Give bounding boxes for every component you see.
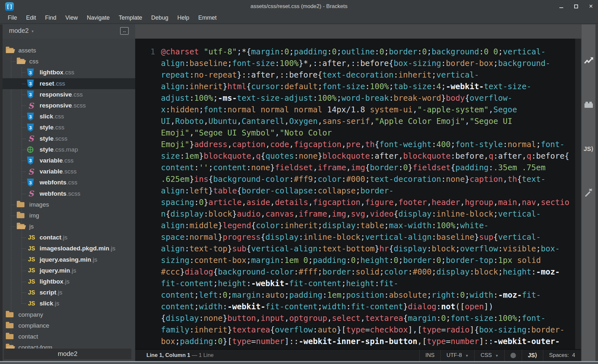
tree-item-extension: .css xyxy=(63,69,74,76)
extension-manager-icon[interactable] xyxy=(584,100,594,109)
css-file-icon: 3 xyxy=(27,113,34,121)
js-file-icon: JS xyxy=(27,245,36,252)
tree-item-script.js[interactable]: JSscript.js xyxy=(0,287,135,298)
tree-item-responsive.scss[interactable]: Sresponsive.scss xyxy=(0,100,135,111)
tree-item-variable.css[interactable]: 3variable.css xyxy=(0,155,135,166)
code-area[interactable]: @charset "utf-8";*{margin:0;padding:0;ou… xyxy=(161,46,574,347)
code-line: .625em}ins{background-color:#ff9;color:#… xyxy=(161,173,574,185)
tree-guide-stub xyxy=(22,248,26,249)
tree-item-jquery.min.js[interactable]: JSjquery.min.js xyxy=(0,265,135,276)
tree-item-variable.scss[interactable]: Svariable.scss xyxy=(0,166,135,177)
tree-item-extension: .css xyxy=(53,124,64,131)
tree-item-company[interactable]: company xyxy=(0,309,135,320)
code-line: box;padding:0}[type=number]::-webkit-inn… xyxy=(161,336,574,347)
tree-guide-stub xyxy=(22,161,26,161)
tree-item-img[interactable]: img xyxy=(0,210,135,221)
line-number-gutter: 1 xyxy=(135,46,155,58)
tree-item-lightbox.css[interactable]: 3lightbox.css xyxy=(0,67,135,78)
tree-item-label: slick xyxy=(40,113,53,120)
tree-item-label: lightbox xyxy=(40,278,63,285)
tree-item-lightbox.js[interactable]: JSlightbox.js xyxy=(0,276,135,287)
tree-item-js[interactable]: js xyxy=(0,221,135,232)
tree-item-extension: .scss xyxy=(72,102,86,109)
code-line: n{display:block}audio,canvas,iframe,img,… xyxy=(161,208,574,220)
folder-open-icon xyxy=(17,59,24,64)
folder-open-icon xyxy=(6,48,14,53)
tree-item-slick.js[interactable]: JSslick.js xyxy=(0,298,135,309)
menu-template[interactable]: Template xyxy=(114,13,147,23)
maximize-button[interactable] xyxy=(574,4,579,9)
tree-item-assets[interactable]: assets xyxy=(0,45,135,56)
tree-item-style.css.map[interactable]: style.css.map xyxy=(0,144,135,155)
menu-emmet[interactable]: Emmet xyxy=(194,13,221,23)
tree-item-css[interactable]: css xyxy=(0,56,135,67)
insert-mode-toggle[interactable]: INS xyxy=(419,350,440,361)
code-line: align:baseline;font-size:100%}*,::after,… xyxy=(161,58,574,69)
title-bar: [] assets/css/reset.css (mode2) - Bracke… xyxy=(0,0,598,13)
encoding-select[interactable]: UTF-8▼ xyxy=(440,350,474,361)
tree-item-style.scss[interactable]: Sstyle.scss xyxy=(0,133,135,144)
tree-item-label: reset xyxy=(40,80,54,87)
tree-item-slick.css[interactable]: 3slick.css xyxy=(0,111,135,122)
tree-guide-stub xyxy=(22,271,26,271)
sidebar: assetscss3lightbox.css3reset.css3respons… xyxy=(0,39,135,361)
tree-item-style.css[interactable]: 3style.css xyxy=(0,122,135,133)
tree-item-label: css xyxy=(29,58,39,65)
tree-item-webfonts.scss[interactable]: Swebfonts.scss xyxy=(0,188,135,199)
tree-guide-stub xyxy=(12,61,15,62)
menu-help[interactable]: Help xyxy=(173,13,194,23)
menu-file[interactable]: File xyxy=(3,13,22,23)
tree-guide-stub xyxy=(22,282,26,282)
beautify-wand-icon[interactable] xyxy=(584,188,594,198)
indentation-setting[interactable]: Spaces:4 xyxy=(543,350,581,361)
tree-item-label: variable xyxy=(40,168,63,175)
js-extension-icon[interactable]: JS⟩ xyxy=(584,144,594,154)
css-file-icon: 3 xyxy=(27,179,34,187)
code-line: spacing:0}article,aside,details,figcapti… xyxy=(161,197,574,208)
tree-item-extension: .css xyxy=(66,179,77,186)
menu-view[interactable]: View xyxy=(61,13,82,23)
code-line: align:text-top}sub{vertical-align:text-b… xyxy=(161,243,574,255)
language-select[interactable]: CSS▼ xyxy=(474,350,504,361)
code-line: align:middle}legend{color:inherit;displa… xyxy=(161,220,574,231)
css-file-icon: 3 xyxy=(27,79,34,88)
tree-item-compliance[interactable]: compliance xyxy=(0,320,135,331)
menu-edit[interactable]: Edit xyxy=(22,13,41,23)
menu-debug[interactable]: Debug xyxy=(147,13,173,23)
chevron-down-icon: ▼ xyxy=(495,353,499,358)
tree-item-responsive.css[interactable]: 3responsive.css xyxy=(0,89,135,100)
tree-guide-stub xyxy=(12,216,15,216)
tree-item-label: responsive xyxy=(40,91,72,98)
tree-item-extension: .css xyxy=(53,113,64,120)
tree-item-webfonts.css[interactable]: 3webfonts.css xyxy=(0,177,135,188)
code-line: Emoji"}address,caption,code,figcaption,p… xyxy=(161,139,574,150)
menu-find[interactable]: Find xyxy=(41,13,61,23)
tree-item-label: compliance xyxy=(18,322,49,329)
close-button[interactable]: ✕ xyxy=(588,4,593,9)
tree-item-reset.css[interactable]: 3reset.css xyxy=(0,78,135,89)
code-line: align:inherit}html{cursor:default;font-s… xyxy=(161,81,574,92)
tree-item-extension: .css xyxy=(72,91,83,98)
menu-navigate[interactable]: Navigate xyxy=(82,13,114,23)
tree-guide-stub xyxy=(22,117,26,117)
window-title: assets/css/reset.css (mode2) - Brackets xyxy=(0,0,598,13)
tree-item-label: jquery.min xyxy=(40,267,70,274)
project-switcher[interactable]: mode2 ▾ xyxy=(9,27,33,34)
brackets-window: [] assets/css/reset.css (mode2) - Bracke… xyxy=(0,0,598,364)
tree-item-imagesloaded.pkgd.min.js[interactable]: JSimagesloaded.pkgd.min.js xyxy=(0,243,135,254)
js-status-icon[interactable]: JS⟩ xyxy=(522,350,543,361)
minimize-button[interactable] xyxy=(559,4,564,9)
tree-item-images[interactable]: images xyxy=(0,199,135,210)
live-preview-icon[interactable] xyxy=(584,56,594,65)
tree-item-contact.js[interactable]: JScontact.js xyxy=(0,232,135,243)
tree-item-extension: .js xyxy=(70,267,76,274)
editor-scrollbar[interactable] xyxy=(575,39,581,349)
tree-item-extension: .js xyxy=(91,256,97,263)
status-bar: Line 1, Column 1 — 1 Line INS UTF-8▼ CSS… xyxy=(135,349,581,361)
lint-status-indicator[interactable] xyxy=(504,350,522,361)
tree-item-jquery.easing.min.js[interactable]: JSjquery.easing.min.js xyxy=(0,254,135,265)
code-line: Emoji","Segoe UI Symbol","Noto Color xyxy=(161,127,574,139)
code-editor[interactable]: 1 @charset "utf-8";*{margin:0;padding:0;… xyxy=(135,39,581,349)
tree-item-contact[interactable]: contact xyxy=(0,331,135,342)
split-view-icon[interactable]: ↔ xyxy=(120,27,129,35)
